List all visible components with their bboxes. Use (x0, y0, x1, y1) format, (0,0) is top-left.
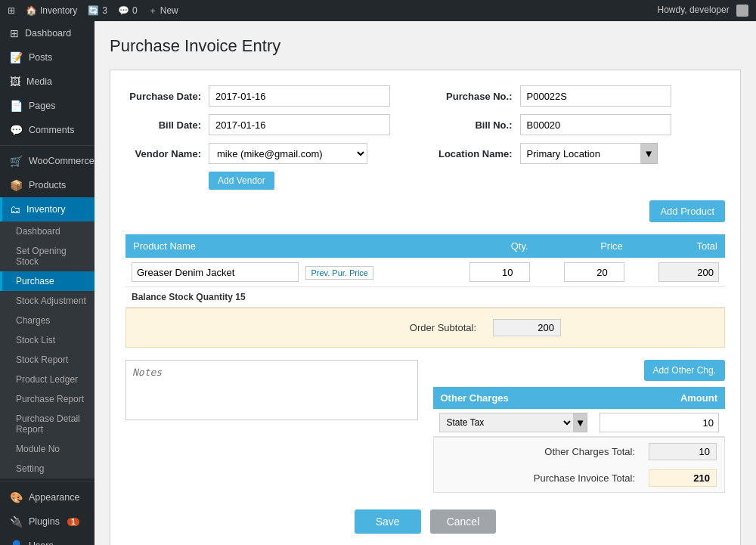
appearance-icon: 🎨 (10, 491, 23, 503)
submenu-item-set-opening-stock[interactable]: Set Opening Stock (0, 241, 94, 271)
sidebar-item-label: Users (29, 540, 54, 545)
sidebar-item-label: Posts (29, 52, 52, 63)
submenu-item-setting[interactable]: Setting (0, 459, 94, 478)
product-name-input[interactable] (132, 262, 299, 282)
submenu-item-charges[interactable]: Charges (0, 311, 94, 330)
invoice-total-input[interactable] (649, 469, 717, 487)
sidebar-item-label: Inventory (26, 204, 65, 215)
comments-icon: 💬 (118, 5, 129, 16)
submenu-item-label: Purchase (16, 276, 54, 286)
comments-icon: 💬 (10, 124, 23, 136)
updates-icon: 🔄 (88, 5, 99, 16)
price-input[interactable] (564, 262, 624, 282)
users-icon: 👤 (10, 540, 23, 545)
sidebar-item-posts[interactable]: 📝 Posts (0, 45, 94, 70)
notes-section (125, 360, 418, 493)
new-item[interactable]: ＋ New (148, 5, 178, 17)
updates-count[interactable]: 🔄 3 (88, 5, 107, 16)
submenu-item-label: Module No (16, 444, 60, 454)
posts-icon: 📝 (10, 51, 23, 63)
submenu-item-label: Dashboard (16, 226, 60, 237)
pages-icon: 📄 (10, 100, 23, 112)
sidebar-item-label: Plugins (29, 516, 60, 527)
total-input[interactable] (658, 262, 719, 282)
add-product-button[interactable]: Add Product (649, 200, 725, 222)
other-charges-total-input[interactable] (649, 443, 717, 460)
submenu-item-purchase-detail[interactable]: Purchase Detail Report (0, 409, 94, 439)
sidebar-item-products[interactable]: 📦 Products (0, 173, 94, 197)
main-content: Purchase Invoice Entry Purchase Date: Bi… (94, 21, 756, 545)
inventory-icon: 🗂 (10, 203, 20, 215)
site-name[interactable]: 🏠 Inventory (26, 5, 77, 16)
submenu-item-label: Product Ledger (16, 374, 78, 385)
order-subtotal-label: Order Subtotal: (128, 313, 484, 342)
price-cell (536, 258, 631, 287)
charge-dropdown-arrow[interactable]: ▼ (574, 413, 587, 432)
prev-price-button[interactable]: Prev. Pur. Price (305, 266, 373, 280)
submenu-item-product-ledger[interactable]: Product Ledger (0, 370, 94, 389)
submenu-item-dashboard[interactable]: Dashboard (0, 221, 94, 241)
notes-textarea[interactable] (125, 360, 418, 420)
invoice-card: Purchase Date: Bill Date: Vendor Name: m… (110, 70, 741, 545)
charge-amount-cell (593, 409, 725, 437)
sidebar-item-media[interactable]: 🖼 Media (0, 70, 94, 94)
location-input[interactable] (520, 143, 641, 164)
bill-date-input[interactable] (209, 114, 390, 135)
qty-input[interactable] (469, 262, 530, 282)
invoice-total-label: Purchase Invoice Total: (435, 466, 642, 491)
charge-type-cell: State Tax ▼ (433, 409, 594, 437)
save-button[interactable]: Save (355, 509, 421, 534)
page-title: Purchase Invoice Entry (110, 36, 741, 56)
products-icon: 📦 (10, 179, 23, 191)
comments-count[interactable]: 💬 0 (118, 5, 138, 16)
col-product-name: Product Name (125, 234, 441, 258)
submenu-item-label: Charges (16, 315, 50, 326)
submenu-item-stock-report[interactable]: Stock Report (0, 350, 94, 370)
sidebar-item-dashboard[interactable]: ⊞ Dashboard (0, 21, 94, 45)
qty-cell (441, 258, 535, 287)
vendor-select[interactable]: mike (mike@gmail.com) (209, 143, 367, 164)
other-charges-total-row: Other Charges Total: (435, 439, 723, 464)
action-buttons: Save Cancel (125, 509, 725, 534)
sidebar-item-woocommerce[interactable]: 🛒 WooCommerce (0, 149, 94, 173)
purchase-date-input[interactable] (209, 85, 390, 107)
bill-no-input[interactable] (520, 114, 671, 135)
add-other-charge-button[interactable]: Add Other Chg. (644, 360, 725, 381)
site-icon: 🏠 (26, 5, 37, 16)
sidebar-item-label: Pages (29, 101, 55, 111)
howdy-text: Howdy, developer (657, 5, 729, 15)
order-subtotal-value[interactable] (493, 319, 561, 336)
col-price: Price (536, 234, 631, 258)
submenu-item-module-no[interactable]: Module No (0, 439, 94, 459)
purchase-date-label: Purchase Date: (125, 91, 201, 102)
avatar (736, 5, 748, 17)
location-dropdown-arrow[interactable]: ▼ (641, 143, 658, 164)
submenu-item-label: Set Opening Stock (16, 246, 87, 267)
sidebar-item-users[interactable]: 👤 Users (0, 534, 94, 545)
submenu-item-label: Stock List (16, 335, 55, 345)
submenu-item-stock-list[interactable]: Stock List (0, 330, 94, 350)
balance-stock-row: Balance Stock Quantity 15 (125, 287, 725, 308)
sidebar-item-inventory[interactable]: 🗂 Inventory (0, 197, 94, 221)
vendor-label: Vendor Name: (125, 148, 201, 159)
sidebar-item-label: Appearance (29, 492, 79, 503)
sidebar-item-plugins[interactable]: 🔌 Plugins 1 (0, 509, 94, 534)
cancel-button[interactable]: Cancel (430, 509, 497, 534)
table-row: Prev. Pur. Price (125, 258, 725, 287)
add-vendor-button[interactable]: Add Vendor (209, 172, 274, 190)
submenu-item-purchase-report[interactable]: Purchase Report (0, 389, 94, 409)
sidebar-item-pages[interactable]: 📄 Pages (0, 94, 94, 118)
sidebar-item-comments[interactable]: 💬 Comments (0, 118, 94, 142)
col-total: Total (631, 234, 725, 258)
media-icon: 🖼 (10, 76, 20, 88)
charge-amount-input[interactable] (600, 413, 719, 432)
sidebar-item-appearance[interactable]: 🎨 Appearance (0, 485, 94, 509)
submenu-item-purchase[interactable]: Purchase (0, 271, 94, 291)
wp-logo[interactable]: ⊞ (8, 5, 15, 16)
purchase-no-input[interactable] (520, 85, 671, 107)
sidebar-item-label: Products (29, 180, 66, 190)
submenu-item-stock-adjustment[interactable]: Stock Adjustment (0, 291, 94, 311)
charge-type-select[interactable]: State Tax (439, 413, 575, 432)
other-charges-section: Add Other Chg. Other Charges Amount (433, 360, 726, 493)
sidebar-item-label: Media (26, 76, 52, 87)
